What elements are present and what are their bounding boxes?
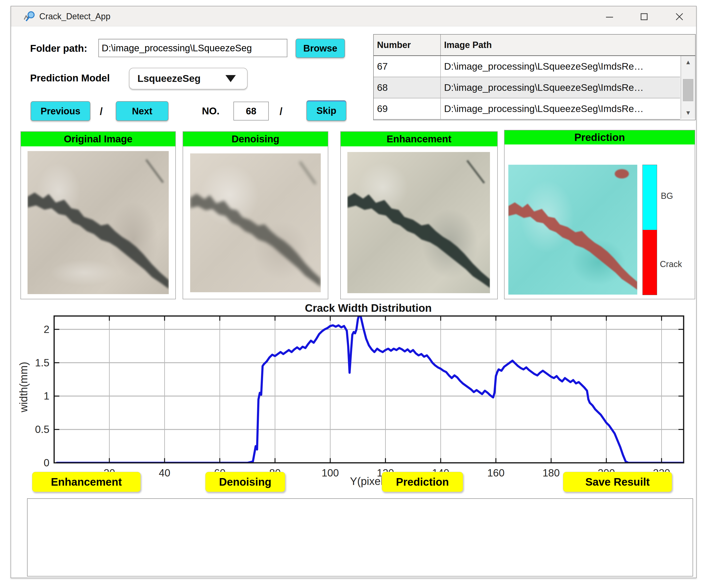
svg-text:0: 0 [44, 457, 49, 468]
image-number-field[interactable] [233, 102, 269, 120]
svg-text:0.5: 0.5 [35, 424, 49, 435]
file-table-header: Number Image Path [374, 35, 695, 56]
chevron-down-icon [226, 75, 236, 82]
crack-shape [347, 152, 490, 293]
crack-width-chart: 2040608010012014016018020022000.511.52 [14, 305, 697, 484]
file-table: Number Image Path 67 D:\image_processing… [373, 34, 696, 120]
maximize-icon [639, 12, 649, 22]
prediction-model-value: LsqueezeSeg [138, 73, 200, 84]
panel-original-title: Original Image [21, 132, 175, 146]
column-header-number[interactable]: Number [374, 35, 441, 55]
original-image [28, 151, 169, 294]
table-row[interactable]: 68 D:\image_processing\LSqueezeSeg\ImdsR… [374, 77, 680, 99]
prediction-colorbar [642, 165, 657, 295]
screenshot-root: Crack_Detect_App Folder path: Browse Pre… [0, 0, 706, 588]
panel-denoising: Denoising [183, 131, 328, 299]
save-result-button[interactable]: Save Resuilt [563, 472, 672, 492]
svg-text:1: 1 [44, 390, 49, 402]
prediction-image [508, 165, 637, 295]
separator-slash-1: / [100, 106, 103, 117]
table-scrollbar[interactable]: ▲ ▼ [680, 56, 695, 119]
panel-enhancement: Enhancement [340, 131, 498, 299]
cell-image-path[interactable]: D:\image_processing\LSqueezeSeg\ImdsRe… [441, 77, 680, 98]
colorbar-crack-segment [643, 230, 657, 295]
column-header-image-path[interactable]: Image Path [441, 35, 695, 55]
results-panel: maximum_width 2.75 mm minimum_width 0.12… [27, 498, 693, 577]
svg-text:2: 2 [44, 323, 49, 335]
close-icon [674, 11, 684, 22]
legend-crack-label: Crack [660, 259, 682, 269]
separator-slash-2: / [280, 106, 282, 117]
denoising-image [190, 153, 321, 292]
prediction-model-label: Prediction Model [30, 73, 110, 84]
svg-text:160: 160 [487, 467, 504, 479]
enhancement-image [347, 152, 490, 293]
cell-number[interactable]: 69 [374, 99, 441, 119]
window-title: Crack_Detect_App [39, 11, 110, 22]
table-row[interactable]: 69 D:\image_processing\LSqueezeSeg\ImdsR… [374, 99, 680, 120]
svg-text:40: 40 [159, 467, 170, 479]
crack-mask [508, 165, 637, 295]
panel-enhancement-title: Enhancement [341, 132, 497, 146]
prediction-button[interactable]: Prediction [382, 472, 463, 492]
crack-shape [28, 151, 169, 294]
skip-button[interactable]: Skip [306, 100, 346, 121]
cell-image-path[interactable]: D:\image_processing\LSqueezeSeg\ImdsRe… [441, 99, 680, 119]
panel-prediction: Prediction BG Crack [504, 130, 695, 299]
scroll-up-icon[interactable]: ▲ [681, 56, 695, 68]
title-bar: Crack_Detect_App [11, 6, 696, 26]
browse-button[interactable]: Browse [296, 39, 345, 58]
svg-text:100: 100 [322, 467, 339, 479]
cell-number[interactable]: 68 [374, 77, 441, 98]
svg-text:1.5: 1.5 [35, 357, 49, 368]
previous-button[interactable]: Previous [31, 101, 90, 121]
next-button[interactable]: Next [116, 101, 168, 121]
no-label: NO. [202, 106, 220, 117]
panel-denoising-title: Denoising [183, 132, 328, 146]
crack-shape [190, 153, 321, 292]
close-button[interactable] [668, 10, 691, 23]
app-icon [23, 10, 36, 22]
denoising-button[interactable]: Denoising [205, 472, 285, 492]
svg-text:180: 180 [543, 467, 560, 479]
table-row[interactable]: 67 D:\image_processing\LSqueezeSeg\ImdsR… [374, 56, 680, 77]
cell-image-path[interactable]: D:\image_processing\LSqueezeSeg\ImdsRe… [441, 56, 680, 77]
cell-number[interactable]: 67 [374, 56, 441, 77]
minimize-button[interactable] [598, 10, 621, 23]
maximize-button[interactable] [633, 10, 655, 23]
legend-bg-label: BG [661, 191, 673, 201]
folder-path-label: Folder path: [30, 43, 87, 54]
folder-path-input[interactable] [99, 39, 287, 57]
scroll-down-icon[interactable]: ▼ [681, 107, 695, 119]
panel-prediction-title: Prediction [505, 130, 695, 145]
minimize-icon [605, 12, 614, 22]
prediction-model-dropdown[interactable]: LsqueezeSeg [129, 68, 247, 89]
scrollbar-thumb[interactable] [683, 79, 693, 101]
enhancement-button[interactable]: Enhancement [32, 472, 141, 492]
panel-original-image: Original Image [21, 131, 176, 299]
colorbar-bg-segment [643, 165, 657, 230]
